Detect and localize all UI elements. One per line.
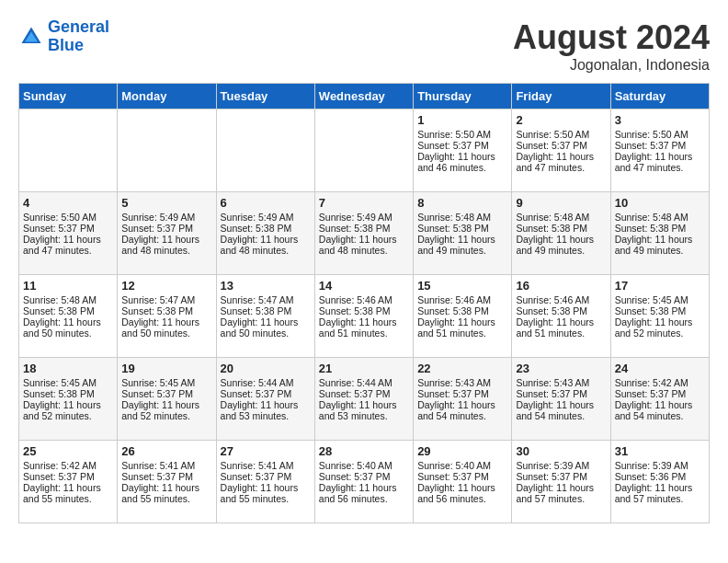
day-number: 21 [319, 362, 409, 375]
day-number: 11 [23, 279, 113, 293]
sunrise-text: Sunrise: 5:44 AM [319, 377, 392, 388]
weekday-header-row: SundayMondayTuesdayWednesdayThursdayFrid… [19, 84, 710, 109]
daylight-text: Daylight: 11 hours and 51 minutes. [417, 316, 495, 339]
title-area: August 2024 Jogonalan, Indonesia [513, 18, 710, 74]
calendar-cell: 14 Sunrise: 5:46 AM Sunset: 5:38 PM Dayl… [314, 275, 413, 358]
calendar-cell: 24 Sunrise: 5:42 AM Sunset: 5:37 PM Dayl… [610, 358, 709, 441]
calendar-cell [216, 109, 314, 192]
calendar-cell: 15 Sunrise: 5:46 AM Sunset: 5:38 PM Dayl… [414, 275, 512, 358]
sunset-text: Sunset: 5:38 PM [121, 305, 193, 316]
weekday-header-sunday: Sunday [19, 84, 118, 109]
sunset-text: Sunset: 5:37 PM [319, 388, 391, 399]
day-number: 7 [319, 196, 409, 210]
day-number: 10 [615, 196, 705, 210]
daylight-text: Daylight: 11 hours and 52 minutes. [121, 399, 199, 421]
sunset-text: Sunset: 5:38 PM [615, 223, 687, 234]
day-number: 2 [516, 113, 606, 127]
day-number: 1 [417, 113, 507, 127]
page-header: General Blue August 2024 Jogonalan, Indo… [18, 18, 710, 74]
weekday-header-tuesday: Tuesday [216, 84, 314, 109]
daylight-text: Daylight: 11 hours and 48 minutes. [319, 234, 397, 256]
calendar-cell: 3 Sunrise: 5:50 AM Sunset: 5:37 PM Dayli… [610, 109, 709, 192]
day-number: 18 [23, 362, 113, 375]
calendar-cell: 5 Sunrise: 5:49 AM Sunset: 5:37 PM Dayli… [118, 192, 216, 275]
daylight-text: Daylight: 11 hours and 46 minutes. [417, 151, 495, 173]
sunset-text: Sunset: 5:37 PM [221, 388, 292, 399]
daylight-text: Daylight: 11 hours and 47 minutes. [615, 151, 693, 173]
day-number: 28 [319, 444, 409, 458]
sunrise-text: Sunrise: 5:41 AM [121, 460, 195, 471]
calendar-cell: 22 Sunrise: 5:43 AM Sunset: 5:37 PM Dayl… [414, 358, 512, 441]
logo-text: General Blue [48, 18, 109, 55]
week-row-1: 1 Sunrise: 5:50 AM Sunset: 5:37 PM Dayli… [19, 109, 710, 192]
sunset-text: Sunset: 5:38 PM [516, 305, 587, 316]
daylight-text: Daylight: 11 hours and 52 minutes. [23, 399, 101, 421]
location-subtitle: Jogonalan, Indonesia [513, 57, 710, 74]
calendar-cell: 7 Sunrise: 5:49 AM Sunset: 5:38 PM Dayli… [314, 192, 413, 275]
sunset-text: Sunset: 5:38 PM [615, 305, 687, 316]
calendar-cell: 11 Sunrise: 5:48 AM Sunset: 5:38 PM Dayl… [19, 275, 118, 358]
week-row-2: 4 Sunrise: 5:50 AM Sunset: 5:37 PM Dayli… [19, 192, 710, 275]
calendar-cell: 12 Sunrise: 5:47 AM Sunset: 5:38 PM Dayl… [118, 275, 216, 358]
day-number: 4 [23, 196, 113, 210]
calendar-cell [118, 109, 216, 192]
sunset-text: Sunset: 5:38 PM [417, 305, 489, 316]
weekday-header-saturday: Saturday [610, 84, 709, 109]
week-row-5: 25 Sunrise: 5:42 AM Sunset: 5:37 PM Dayl… [19, 441, 710, 523]
day-number: 12 [121, 279, 211, 293]
calendar-cell: 8 Sunrise: 5:48 AM Sunset: 5:38 PM Dayli… [414, 192, 512, 275]
day-number: 27 [221, 444, 311, 458]
day-number: 13 [221, 279, 311, 293]
sunset-text: Sunset: 5:37 PM [417, 471, 489, 482]
sunrise-text: Sunrise: 5:40 AM [417, 460, 491, 471]
day-number: 30 [516, 444, 606, 458]
sunset-text: Sunset: 5:38 PM [23, 388, 95, 399]
daylight-text: Daylight: 11 hours and 55 minutes. [121, 482, 199, 504]
sunrise-text: Sunrise: 5:47 AM [121, 294, 195, 305]
calendar-cell: 20 Sunrise: 5:44 AM Sunset: 5:37 PM Dayl… [216, 358, 314, 441]
day-number: 29 [417, 444, 507, 458]
daylight-text: Daylight: 11 hours and 49 minutes. [417, 234, 495, 256]
day-number: 22 [417, 362, 507, 375]
sunset-text: Sunset: 5:37 PM [516, 140, 587, 151]
daylight-text: Daylight: 11 hours and 57 minutes. [516, 482, 594, 504]
day-number: 9 [516, 196, 606, 210]
daylight-text: Daylight: 11 hours and 50 minutes. [23, 316, 101, 339]
month-title: August 2024 [513, 18, 710, 57]
daylight-text: Daylight: 11 hours and 57 minutes. [615, 482, 693, 504]
sunrise-text: Sunrise: 5:39 AM [615, 460, 688, 471]
daylight-text: Daylight: 11 hours and 56 minutes. [417, 482, 495, 504]
calendar-cell [314, 109, 413, 192]
calendar-cell: 28 Sunrise: 5:40 AM Sunset: 5:37 PM Dayl… [314, 441, 413, 523]
calendar-cell: 2 Sunrise: 5:50 AM Sunset: 5:37 PM Dayli… [512, 109, 610, 192]
weekday-header-wednesday: Wednesday [314, 84, 413, 109]
sunset-text: Sunset: 5:37 PM [319, 471, 391, 482]
sunrise-text: Sunrise: 5:46 AM [319, 294, 392, 305]
weekday-header-friday: Friday [512, 84, 610, 109]
sunset-text: Sunset: 5:37 PM [23, 471, 95, 482]
sunrise-text: Sunrise: 5:48 AM [516, 212, 589, 223]
daylight-text: Daylight: 11 hours and 54 minutes. [615, 399, 693, 421]
sunrise-text: Sunrise: 5:50 AM [417, 129, 491, 140]
day-number: 5 [121, 196, 211, 210]
daylight-text: Daylight: 11 hours and 52 minutes. [615, 316, 693, 339]
daylight-text: Daylight: 11 hours and 50 minutes. [221, 316, 299, 339]
daylight-text: Daylight: 11 hours and 53 minutes. [319, 399, 397, 421]
day-number: 14 [319, 279, 409, 293]
day-number: 31 [615, 444, 705, 458]
daylight-text: Daylight: 11 hours and 51 minutes. [319, 316, 397, 339]
sunset-text: Sunset: 5:37 PM [121, 471, 193, 482]
sunrise-text: Sunrise: 5:48 AM [615, 212, 688, 223]
weekday-header-monday: Monday [118, 84, 216, 109]
logo-icon [18, 24, 44, 50]
sunset-text: Sunset: 5:37 PM [516, 471, 587, 482]
calendar-cell: 23 Sunrise: 5:43 AM Sunset: 5:37 PM Dayl… [512, 358, 610, 441]
day-number: 3 [615, 113, 705, 127]
calendar-cell: 10 Sunrise: 5:48 AM Sunset: 5:38 PM Dayl… [610, 192, 709, 275]
calendar-cell: 1 Sunrise: 5:50 AM Sunset: 5:37 PM Dayli… [414, 109, 512, 192]
daylight-text: Daylight: 11 hours and 49 minutes. [615, 234, 693, 256]
daylight-text: Daylight: 11 hours and 48 minutes. [121, 234, 199, 256]
calendar-cell: 19 Sunrise: 5:45 AM Sunset: 5:37 PM Dayl… [118, 358, 216, 441]
daylight-text: Daylight: 11 hours and 51 minutes. [516, 316, 594, 339]
sunrise-text: Sunrise: 5:45 AM [615, 294, 688, 305]
